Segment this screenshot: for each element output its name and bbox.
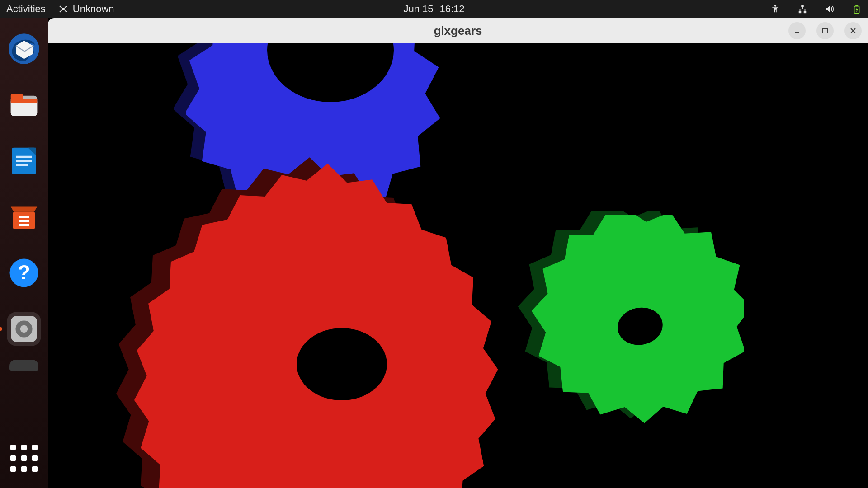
help-icon: ? (8, 257, 40, 289)
svg-rect-23 (19, 224, 29, 226)
svg-rect-7 (799, 11, 802, 14)
svg-text:?: ? (18, 261, 30, 284)
svg-rect-22 (19, 220, 29, 222)
svg-point-28 (20, 325, 28, 333)
window-title: glxgears (434, 24, 482, 38)
close-icon (849, 27, 857, 34)
svg-rect-29 (823, 28, 827, 33)
glxgears-window: glxgears (48, 18, 868, 488)
activities-button[interactable]: Activities (6, 3, 46, 15)
svg-rect-8 (804, 11, 807, 14)
launcher-files[interactable] (7, 88, 41, 122)
network-wired-icon (797, 4, 807, 14)
clock-time: 16:12 (440, 3, 465, 15)
svg-point-5 (774, 5, 776, 7)
launcher-glxgears[interactable] (7, 312, 41, 346)
show-applications-button[interactable] (10, 445, 38, 472)
clock-date: Jun 15 (403, 3, 433, 15)
launcher-help[interactable]: ? (7, 256, 41, 290)
svg-rect-18 (16, 160, 32, 162)
window-maximize-button[interactable] (816, 22, 834, 39)
gear-red (102, 147, 554, 488)
gnome-top-bar: Activities Unknown Jun 15 16:12 (0, 0, 868, 18)
ubuntu-dock: ? (0, 18, 48, 488)
gear-settings-icon (9, 314, 39, 344)
svg-rect-19 (16, 164, 28, 166)
svg-rect-17 (16, 156, 32, 158)
launcher-software[interactable] (7, 200, 41, 234)
svg-rect-6 (801, 5, 804, 7)
files-icon (8, 89, 40, 121)
svg-rect-15 (11, 99, 38, 103)
libreoffice-writer-icon (8, 145, 40, 177)
volume-icon (825, 4, 835, 14)
app-menu[interactable]: Unknown (58, 3, 114, 15)
activities-label: Activities (6, 3, 46, 15)
svg-rect-21 (19, 216, 29, 218)
clock[interactable]: Jun 15 16:12 (403, 3, 464, 15)
launcher-writer[interactable] (7, 144, 41, 178)
ubuntu-software-icon (8, 201, 40, 233)
battery-charging-icon (852, 4, 862, 14)
unknown-app-icon (58, 4, 68, 14)
launcher-overflow-peek[interactable] (9, 360, 38, 371)
app-menu-label: Unknown (73, 3, 114, 15)
status-area[interactable] (770, 4, 862, 14)
window-close-button[interactable] (844, 22, 862, 39)
launcher-thunderbird[interactable] (7, 32, 41, 66)
minimize-icon (793, 27, 801, 34)
window-titlebar[interactable]: glxgears (48, 18, 868, 43)
gear-red-bore (297, 328, 387, 400)
thunderbird-icon (8, 33, 40, 65)
maximize-icon (821, 27, 829, 34)
svg-rect-10 (855, 5, 858, 6)
accessibility-icon (770, 4, 780, 14)
glxgears-canvas (48, 43, 868, 488)
window-minimize-button[interactable] (788, 22, 806, 39)
